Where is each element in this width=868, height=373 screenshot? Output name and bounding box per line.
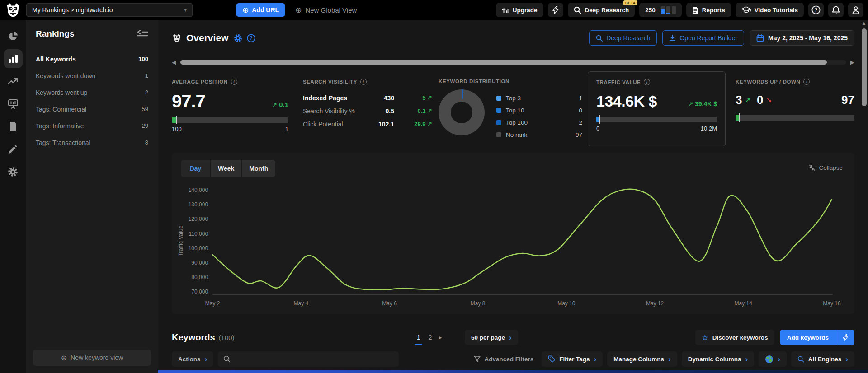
project-selector[interactable]: My Rankings > nightwatch.io ▾ <box>26 3 193 17</box>
keywords-search[interactable] <box>218 351 399 367</box>
date-range-picker[interactable]: May 2, 2025 - May 16, 2025 <box>750 30 854 46</box>
scroll-up-icon[interactable]: ▲ <box>862 21 867 26</box>
new-global-view-button[interactable]: ⊕ New Global View <box>295 5 357 15</box>
actions-button[interactable]: Actions › <box>172 351 213 367</box>
scrollbar-thumb[interactable] <box>180 60 826 65</box>
help-button[interactable]: ? <box>808 3 824 17</box>
project-selector-value: My Rankings > nightwatch.io <box>32 6 113 14</box>
nav-pages-icon[interactable] <box>8 121 19 132</box>
tab-month[interactable]: Month <box>242 160 275 177</box>
average-position-range[interactable] <box>172 117 288 123</box>
keywords-up-down-card: KEYWORDS UP / DOWN i 3 ↗ 0 ↘ 97 <box>736 71 854 121</box>
next-page-icon[interactable]: ▸ <box>439 334 442 340</box>
location-button[interactable]: › <box>759 351 787 367</box>
metric-change: 5 ↗ <box>422 94 432 101</box>
all-engines-button[interactable]: All Engines › <box>791 351 854 367</box>
discover-keywords-button[interactable]: ☆ Discover keywords <box>695 330 774 345</box>
new-keyword-view-label: New keyword view <box>71 354 123 361</box>
legend-value: 97 <box>576 131 582 138</box>
svg-text:120,000: 120,000 <box>189 216 208 222</box>
scrollbar-track[interactable] <box>180 60 846 65</box>
page-2[interactable]: 2 <box>428 332 433 343</box>
info-icon[interactable]: i <box>360 79 367 85</box>
collapse-panel-icon[interactable] <box>137 30 148 38</box>
keywords-down-value: 0 <box>757 93 763 107</box>
view-settings-gear-icon[interactable] <box>234 34 242 42</box>
calendar-icon <box>756 34 764 42</box>
sidebar-item[interactable]: Keywords went down1 <box>36 67 148 84</box>
nav-dashboard-pie-icon[interactable] <box>8 31 19 42</box>
svg-text:May 2: May 2 <box>205 300 220 306</box>
keywords-up-down-range[interactable] <box>736 115 854 121</box>
keyword-distribution-donut <box>439 89 485 135</box>
deep-research-header-button[interactable]: Deep Research <box>589 30 657 46</box>
tab-day[interactable]: Day <box>181 160 211 177</box>
search-icon <box>574 6 581 14</box>
nightwatch-logo-icon[interactable] <box>5 1 22 19</box>
sidebar-item-label: Tags: Informative <box>36 122 84 130</box>
average-position-change: ↗ 0.1 <box>272 101 288 110</box>
legend-value: 0 <box>579 107 582 114</box>
sidebar-item-label: Keywords went up <box>36 89 87 96</box>
open-report-builder-label: Open Report Builder <box>679 34 737 42</box>
nav-notes-pencil-icon[interactable] <box>8 144 19 154</box>
per-page-select[interactable]: 50 per page › <box>465 330 518 345</box>
sidebar-item[interactable]: All Keywords100 <box>36 51 148 67</box>
help-circle-icon[interactable]: ? <box>247 34 255 42</box>
tab-week[interactable]: Week <box>211 160 242 177</box>
scroll-left-icon[interactable]: ◀ <box>172 60 176 65</box>
globe-icon <box>765 355 774 364</box>
owl-mini-icon <box>172 33 182 42</box>
add-url-button[interactable]: ⊕ Add URL <box>236 3 285 17</box>
new-keyword-view-button[interactable]: ⊕ New keyword view <box>33 350 151 366</box>
up-arrow-icon: ↗ <box>745 96 750 104</box>
info-icon[interactable]: i <box>644 79 650 85</box>
deep-research-button[interactable]: Deep Research BETA <box>568 3 635 17</box>
account-button[interactable] <box>848 3 863 17</box>
nav-settings-gear-icon[interactable] <box>8 166 19 177</box>
sidebar-item[interactable]: Tags: Transactional8 <box>36 134 148 151</box>
video-tutorials-button[interactable]: Video Tutorials <box>736 3 804 17</box>
scroll-right-icon[interactable]: ▶ <box>850 60 854 65</box>
add-keywords-quick-icon[interactable] <box>836 330 854 345</box>
traffic-value-range[interactable] <box>596 117 717 122</box>
nav-trends-icon[interactable] <box>8 76 19 87</box>
credits-button[interactable]: 250 <box>639 3 682 17</box>
advanced-filters-button[interactable]: Advanced Filters <box>474 356 534 363</box>
chevron-down-icon: ▾ <box>184 7 187 13</box>
open-report-builder-button[interactable]: Open Report Builder <box>662 30 744 46</box>
reports-button[interactable]: Reports <box>686 3 731 17</box>
dynamic-columns-button[interactable]: Dynamic Columns › <box>682 351 754 367</box>
sidebar-item[interactable]: Tags: Commercial59 <box>36 101 148 117</box>
svg-text:?: ? <box>250 36 253 41</box>
scrollbar-thumb[interactable] <box>862 28 867 106</box>
info-icon[interactable]: i <box>803 79 810 85</box>
manage-columns-label: Manage Columns <box>613 356 664 363</box>
upgrade-button[interactable]: Upgrade <box>496 3 543 17</box>
filter-tags-button[interactable]: Filter Tags › <box>542 351 603 367</box>
svg-text:May 14: May 14 <box>735 300 753 306</box>
lightning-button[interactable] <box>548 3 563 17</box>
collapse-label: Collapse <box>819 164 843 171</box>
sidebar-item[interactable]: Tags: Informative29 <box>36 117 148 134</box>
nav-site-audit-icon[interactable] <box>8 98 19 109</box>
keywords-title: Keywords <box>172 332 215 343</box>
date-range-value: May 2, 2025 - May 16, 2025 <box>768 34 848 42</box>
nav-rankings-bar-chart-icon[interactable] <box>4 49 23 68</box>
traffic-line-chart[interactable]: 70,00080,00090,000100,000110,000120,0001… <box>176 183 846 311</box>
legend-label: Top 3 <box>506 95 521 102</box>
info-icon[interactable]: i <box>231 79 237 85</box>
svg-text:80,000: 80,000 <box>191 274 208 280</box>
sidebar-item[interactable]: Keywords went up2 <box>36 84 148 101</box>
rankings-title: Rankings <box>36 29 75 39</box>
add-keywords-button[interactable]: Add keywords <box>780 330 854 345</box>
advanced-filters-label: Advanced Filters <box>485 356 534 363</box>
manage-columns-button[interactable]: Manage Columns › <box>607 351 677 367</box>
search-input[interactable] <box>235 355 393 363</box>
plus-circle-icon: ⊕ <box>295 5 302 15</box>
svg-text:Traffic Value: Traffic Value <box>178 225 184 256</box>
legend-value: 1 <box>579 95 582 102</box>
collapse-chart-button[interactable]: Collapse <box>809 164 843 171</box>
page-1[interactable]: 1 <box>416 332 421 343</box>
notifications-button[interactable] <box>828 3 844 17</box>
